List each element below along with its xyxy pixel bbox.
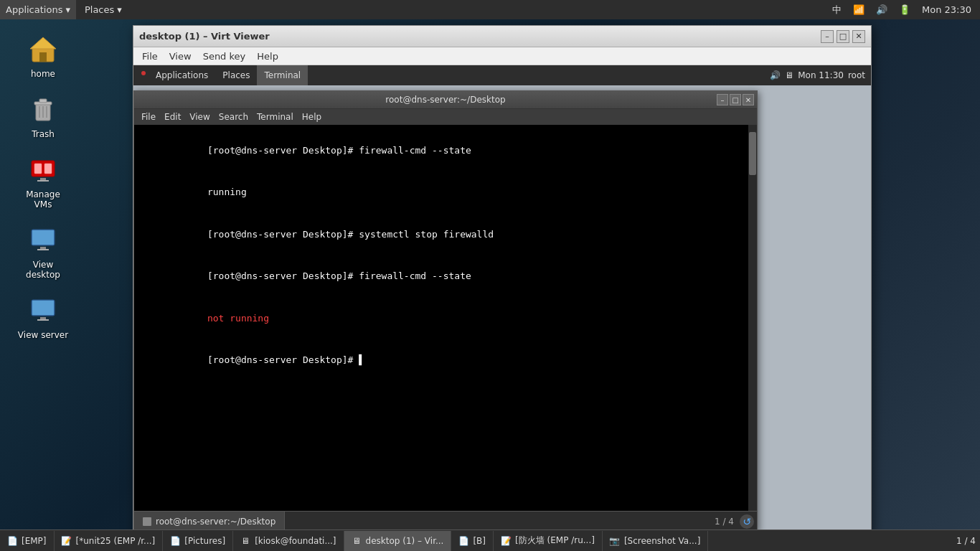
virt-close-btn[interactable]: ✕: [852, 30, 865, 43]
terminal-titlebar: root@dns-server:~/Desktop – □ ✕: [134, 91, 757, 109]
inner-applications-label: Applications: [156, 70, 208, 80]
taskbar-screenshot-icon: 📷: [610, 536, 620, 546]
volume-icon: 🔊: [873, 4, 890, 15]
taskbar-item-firewall[interactable]: 📝 [防火墙 (EMP /ru...]: [494, 531, 603, 551]
terminal-menu-view[interactable]: View: [185, 109, 214, 125]
taskbar-item-unit25[interactable]: 📝 [*unit25 (EMP /r...]: [55, 531, 164, 551]
inner-screen-icon: 🖥: [785, 70, 793, 80]
manage-vms-icon: [26, 152, 60, 187]
inner-top-panel: Applications Places Terminal 🔊 🖥 Mon 11:…: [133, 65, 871, 85]
terminal-title: root@dns-server:~/Desktop: [385, 95, 505, 105]
terminal-scroll-thumb[interactable]: [749, 132, 756, 175]
taskbar-pictures-icon: 📄: [170, 536, 180, 546]
svg-rect-13: [37, 180, 49, 182]
terminal-tab-page: 1 / 4: [715, 517, 740, 527]
virt-restore-btn[interactable]: □: [837, 30, 849, 43]
taskbar-b-label: [B]: [473, 536, 486, 546]
taskbar-item-pictures[interactable]: 📄 [Pictures]: [163, 531, 233, 551]
svg-rect-11: [44, 164, 52, 174]
inner-places-menu[interactable]: Places: [215, 65, 257, 85]
terminal-menu-search[interactable]: Search: [215, 109, 253, 125]
view-desktop-label: View desktop: [17, 260, 69, 280]
applications-label: Applications: [6, 4, 62, 15]
inner-user: root: [848, 70, 865, 80]
taskbar-unit25-icon: 📝: [62, 536, 72, 546]
svg-rect-5: [39, 99, 47, 103]
taskbar-screenshot-label: [Screenshot Va...]: [624, 536, 700, 546]
top-panel-left: Applications ▾ Places ▾: [0, 0, 128, 19]
terminal-tab-1[interactable]: root@dns-server:~/Desktop: [134, 512, 285, 531]
inner-volume-icon: 🔊: [770, 70, 781, 80]
taskbar-item-desktop-virt[interactable]: 🖥 desktop (1) – Vir...: [344, 531, 452, 551]
places-arrow: ▾: [117, 4, 122, 15]
inner-datetime: Mon 11:30: [798, 70, 844, 80]
virt-titlebar: desktop (1) – Virt Viewer – □ ✕: [133, 26, 871, 47]
virt-menu-help[interactable]: Help: [251, 47, 284, 65]
virt-window-controls: – □ ✕: [821, 30, 865, 43]
desktop: Applications ▾ Places ▾ 中 📶 🔊 🔋 Mon 23:3…: [0, 0, 980, 551]
datetime: Mon 23:30: [919, 4, 974, 15]
taskbar-item-emp[interactable]: 📄 [EMP]: [0, 531, 55, 551]
terminal-line-1: [root@dns-server Desktop]# firewall-cmd …: [140, 129, 751, 171]
taskbar-b-icon: 📄: [458, 536, 468, 546]
places-menu[interactable]: Places ▾: [79, 0, 128, 19]
svg-rect-19: [32, 301, 54, 315]
taskbar-item-screenshot[interactable]: 📷 [Screenshot Va...]: [603, 531, 708, 551]
icon-manage-vms[interactable]: Manage VMs: [14, 149, 72, 212]
taskbar-desktop-virt-icon: 🖥: [352, 536, 362, 546]
terminal-menu-file[interactable]: File: [137, 109, 160, 125]
svg-point-22: [141, 71, 146, 75]
desktop-icons: home Trash: [14, 29, 72, 343]
terminal-window: root@dns-server:~/Desktop – □ ✕ File Edi…: [133, 90, 758, 532]
taskbar-firewall-label: [防火墙 (EMP /ru...]: [515, 534, 595, 547]
icon-home[interactable]: home: [14, 29, 72, 82]
icon-view-server[interactable]: View server: [14, 290, 72, 343]
terminal-body[interactable]: [root@dns-server Desktop]# firewall-cmd …: [134, 125, 757, 511]
home-label: home: [31, 69, 55, 79]
taskbar-page-indicator: 1 / 4: [956, 536, 976, 546]
top-panel: Applications ▾ Places ▾ 中 📶 🔊 🔋 Mon 23:3…: [0, 0, 980, 19]
virt-title: desktop (1) – Virt Viewer: [139, 31, 270, 42]
svg-rect-10: [34, 164, 42, 174]
taskbar-item-b[interactable]: 📄 [B]: [451, 531, 494, 551]
terminal-tab-icon: [143, 517, 151, 526]
taskbar-item-kiosk[interactable]: 🖥 [kiosk@foundati...]: [233, 531, 344, 551]
terminal-line-3: [root@dns-server Desktop]# systemctl sto…: [140, 213, 751, 255]
taskbar-emp-icon: 📄: [7, 536, 17, 546]
taskbar: 📄 [EMP] 📝 [*unit25 (EMP /r...] 📄 [Pictur…: [0, 529, 980, 551]
terminal-tabs: root@dns-server:~/Desktop 1 / 4 ↺: [134, 511, 757, 531]
terminal-close-btn[interactable]: ✕: [743, 94, 754, 105]
terminal-menu-help[interactable]: Help: [298, 109, 326, 125]
icon-view-desktop[interactable]: View desktop: [14, 220, 72, 283]
inner-applications-menu[interactable]: Applications: [133, 65, 215, 85]
inner-terminal-label: Terminal: [264, 70, 301, 80]
terminal-tab-scroll-btn[interactable]: ↺: [740, 514, 754, 529]
virt-menu-sendkey[interactable]: Send key: [197, 47, 252, 65]
inner-panel-left: Applications Places Terminal: [133, 65, 308, 85]
terminal-scrollbar[interactable]: [748, 125, 757, 511]
terminal-menu-terminal[interactable]: Terminal: [253, 109, 298, 125]
virt-minimize-btn[interactable]: –: [821, 30, 834, 43]
terminal-line-6: [root@dns-server Desktop]# ▌: [140, 339, 751, 382]
taskbar-unit25-label: [*unit25 (EMP /r...]: [76, 536, 156, 546]
virt-menubar: File View Send key Help: [133, 47, 871, 65]
virt-menu-file[interactable]: File: [136, 47, 164, 65]
terminal-line-2: running: [140, 171, 751, 214]
taskbar-desktop-virt-label: desktop (1) – Vir...: [366, 536, 444, 546]
terminal-minimize-btn[interactable]: –: [717, 94, 728, 105]
input-method[interactable]: 中: [829, 4, 844, 17]
icon-trash[interactable]: Trash: [14, 89, 72, 142]
inner-terminal-tab[interactable]: Terminal: [257, 65, 308, 85]
terminal-line-4: [root@dns-server Desktop]# firewall-cmd …: [140, 255, 751, 298]
trash-icon: [26, 92, 60, 126]
virt-menu-view[interactable]: View: [164, 47, 197, 65]
svg-rect-2: [39, 52, 47, 62]
terminal-win-controls: – □ ✕: [717, 94, 754, 105]
taskbar-firewall-icon: 📝: [501, 536, 511, 546]
terminal-menubar: File Edit View Search Terminal Help: [134, 109, 757, 125]
terminal-menu-edit[interactable]: Edit: [160, 109, 185, 125]
applications-menu[interactable]: Applications ▾: [0, 0, 76, 19]
terminal-maximize-btn[interactable]: □: [730, 94, 741, 105]
applications-arrow: ▾: [65, 4, 70, 15]
svg-marker-1: [30, 37, 56, 49]
